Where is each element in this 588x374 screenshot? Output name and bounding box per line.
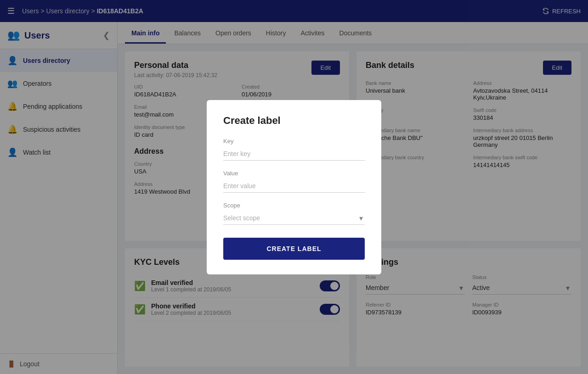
value-label: Value [223,170,365,177]
scope-select-wrapper: Select scope Public Private Admin [223,212,365,225]
create-label-modal: Create label Key Value Scope Select scop… [207,100,381,274]
key-field: Key [223,138,365,161]
key-input[interactable] [223,147,365,161]
scope-field: Scope Select scope Public Private Admin [223,202,365,225]
modal-title: Create label [223,115,365,127]
create-label-button[interactable]: CREATE LABEL [223,238,365,260]
scope-label: Scope [223,202,365,209]
value-field: Value [223,170,365,193]
scope-select[interactable]: Select scope Public Private Admin [223,212,365,225]
key-label: Key [223,138,365,145]
value-input[interactable] [223,179,365,193]
modal-overlay[interactable]: Create label Key Value Scope Select scop… [0,0,588,374]
